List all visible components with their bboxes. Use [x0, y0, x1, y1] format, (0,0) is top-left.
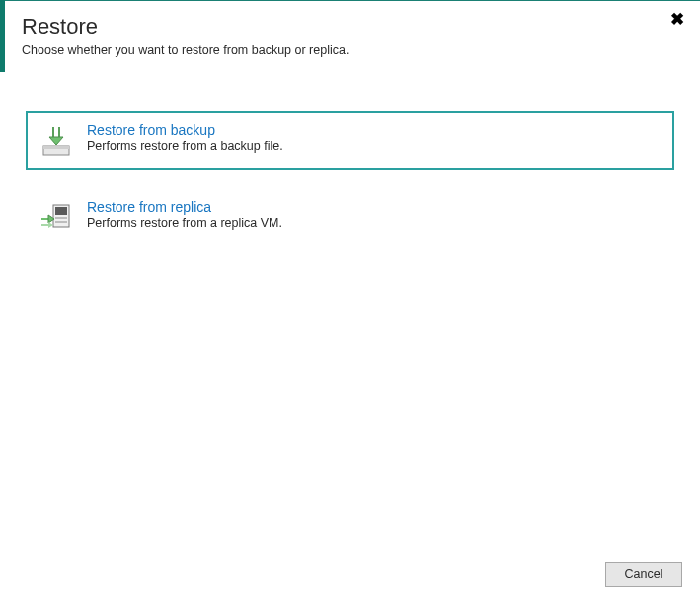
- option-title: Restore from replica: [87, 199, 282, 215]
- svg-marker-4: [49, 137, 63, 145]
- option-description: Performs restore from a backup file.: [87, 139, 283, 153]
- option-restore-from-backup[interactable]: Restore from backup Performs restore fro…: [26, 111, 674, 170]
- dialog-footer: Cancel: [605, 562, 682, 587]
- option-text: Restore from backup Performs restore fro…: [87, 122, 283, 153]
- close-button[interactable]: ✖: [668, 10, 686, 28]
- svg-marker-12: [48, 222, 53, 228]
- close-icon: ✖: [670, 11, 684, 28]
- option-description: Performs restore from a replica VM.: [87, 216, 282, 230]
- svg-rect-8: [55, 221, 67, 223]
- dialog-header: Restore Choose whether you want to resto…: [0, 0, 700, 57]
- svg-rect-7: [55, 217, 67, 219]
- dialog-title: Restore: [22, 14, 700, 39]
- cancel-button[interactable]: Cancel: [605, 562, 682, 587]
- svg-rect-6: [55, 207, 67, 215]
- restore-replica-icon: [39, 201, 73, 235]
- restore-backup-icon: [39, 124, 73, 158]
- option-restore-from-replica[interactable]: Restore from replica Performs restore fr…: [26, 188, 674, 247]
- option-text: Restore from replica Performs restore fr…: [87, 199, 282, 230]
- top-rule: [0, 0, 700, 1]
- dialog-subtitle: Choose whether you want to restore from …: [22, 43, 700, 57]
- restore-options: Restore from backup Performs restore fro…: [26, 111, 674, 247]
- svg-rect-1: [43, 146, 69, 149]
- accent-bar: [0, 0, 5, 72]
- option-title: Restore from backup: [87, 122, 283, 138]
